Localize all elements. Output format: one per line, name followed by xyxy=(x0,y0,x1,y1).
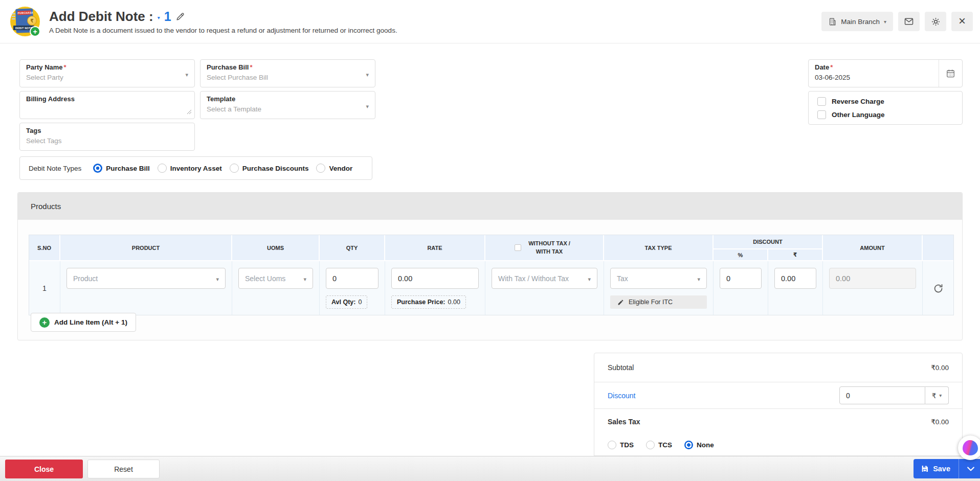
products-section: Products S.NO PRODUCT UOMS QTY RATE WITH… xyxy=(17,192,963,340)
reverse-charge-option[interactable]: Reverse Charge xyxy=(817,97,953,106)
type-option-purchase-discounts[interactable]: Purchase Discounts xyxy=(230,164,309,173)
calendar-button[interactable] xyxy=(939,60,962,87)
type-option-label: Purchase Discounts xyxy=(242,165,309,172)
tax-option-none[interactable]: None xyxy=(684,441,714,449)
radio-icon[interactable] xyxy=(316,164,325,173)
save-label: Save xyxy=(933,465,950,473)
reverse-charge-label: Reverse Charge xyxy=(832,98,884,105)
col-actions xyxy=(923,235,953,260)
discount-row: Discount ₹ ▾ xyxy=(594,382,962,409)
gear-icon xyxy=(931,17,941,27)
uoms-select[interactable]: Select Uoms ▾ xyxy=(238,268,313,289)
reverse-charge-checkbox[interactable] xyxy=(817,97,826,106)
type-option-purchase-bill[interactable]: Purchase Bill xyxy=(93,164,150,173)
party-name-field[interactable]: Party Name* Select Party ▾ xyxy=(19,59,195,87)
date-label: Date xyxy=(815,63,829,71)
chevron-down-icon: ▾ xyxy=(884,19,886,25)
close-button[interactable]: Close xyxy=(5,460,83,478)
save-options-button[interactable] xyxy=(959,459,980,478)
refresh-row-button[interactable] xyxy=(933,283,944,294)
eligible-for-itc-button[interactable]: Eligible For ITC xyxy=(610,295,707,309)
type-option-label: Inventory Asset xyxy=(170,165,222,172)
tax-option-label: TCS xyxy=(658,441,672,449)
edit-doc-number-icon[interactable] xyxy=(175,12,185,21)
footer-bar: Close Reset Save xyxy=(0,456,980,481)
purchase-bill-field[interactable]: Purchase Bill* Select Purchase Bill ▾ xyxy=(200,59,375,87)
add-line-item-label: Add Line Item (Alt + 1) xyxy=(54,318,127,326)
plus-icon: + xyxy=(30,26,40,37)
settings-button[interactable] xyxy=(925,12,946,31)
tags-field[interactable]: Tags Select Tags xyxy=(19,123,195,151)
radio-icon[interactable] xyxy=(158,164,167,173)
subtotal-row: Subtotal ₹0.00 xyxy=(594,353,962,382)
radio-icon[interactable] xyxy=(230,164,239,173)
radio-icon[interactable] xyxy=(608,441,616,449)
template-field[interactable]: Template Select a Template ▾ xyxy=(200,91,375,119)
col-discount-percent: % xyxy=(714,249,767,260)
discount-link[interactable]: Discount xyxy=(608,392,635,400)
rate-input[interactable] xyxy=(391,268,479,289)
tax-option-tcs[interactable]: TCS xyxy=(646,441,672,449)
tax-mode-select[interactable]: With Tax / Without Tax ▾ xyxy=(492,268,597,289)
tax-mode-header-checkbox[interactable] xyxy=(515,244,521,251)
doc-number-caret-icon[interactable]: ▾ xyxy=(158,15,160,20)
product-select[interactable]: Product ▾ xyxy=(66,268,226,289)
save-button[interactable]: Save xyxy=(914,459,959,478)
total-discount-input[interactable] xyxy=(839,386,925,404)
ai-assistant-fab[interactable] xyxy=(958,436,980,460)
required-marker: * xyxy=(830,63,833,71)
logo-checklist-icon xyxy=(12,13,15,19)
type-option-vendor[interactable]: Vendor xyxy=(316,164,352,173)
discount-unit-select[interactable]: ₹ ▾ xyxy=(925,386,949,404)
close-icon: × xyxy=(959,15,966,27)
tax-mode-placeholder: With Tax / Without Tax xyxy=(498,274,569,283)
col-discount-rupee: ₹ xyxy=(767,249,822,260)
close-page-button[interactable]: × xyxy=(951,12,973,31)
chevron-down-icon: ▾ xyxy=(303,276,306,283)
chevron-down-icon: ▾ xyxy=(588,276,591,283)
available-qty-chip: Avl Qty: 0 xyxy=(326,295,367,309)
subtotal-value: ₹0.00 xyxy=(931,363,949,372)
header-actions: Main Branch ▾ × xyxy=(821,12,973,31)
billing-address-field[interactable]: Billing Address xyxy=(19,91,195,119)
col-product: PRODUCT xyxy=(60,235,232,260)
chevron-down-icon: ▾ xyxy=(185,72,188,78)
type-option-inventory-asset[interactable]: Inventory Asset xyxy=(158,164,222,173)
ai-brain-icon xyxy=(963,440,978,455)
plus-icon: + xyxy=(39,317,50,328)
chevron-down-icon: ▾ xyxy=(216,276,219,283)
building-icon xyxy=(828,17,837,26)
products-section-title: Products xyxy=(18,193,962,220)
floppy-disk-icon xyxy=(921,465,929,473)
discount-percent-input[interactable] xyxy=(720,268,762,289)
tax-option-tds[interactable]: TDS xyxy=(608,441,634,449)
sales-tax-label: Sales Tax xyxy=(608,418,640,426)
col-tax-type: TAX TYPE xyxy=(604,235,714,260)
reset-button[interactable]: Reset xyxy=(87,460,160,478)
chevron-down-icon: ▾ xyxy=(697,276,700,283)
qty-input[interactable] xyxy=(326,268,378,289)
other-language-checkbox[interactable] xyxy=(817,110,826,119)
sales-tax-value: ₹0.00 xyxy=(931,418,949,426)
add-line-item-button[interactable]: + Add Line Item (Alt + 1) xyxy=(31,313,136,332)
discount-amount-input[interactable] xyxy=(774,268,816,289)
products-table: S.NO PRODUCT UOMS QTY RATE WITHOUT TAX /… xyxy=(29,235,954,315)
title-block: Add Debit Note : ▾ 1 A Debit Note is a d… xyxy=(49,9,397,34)
page-subtitle: A Debit Note is a document issued to the… xyxy=(49,27,397,34)
other-language-label: Other Language xyxy=(832,111,885,119)
tags-placeholder: Select Tags xyxy=(26,137,188,145)
col-tax-mode-label: WITHOUT TAX / WITH TAX xyxy=(525,240,574,256)
col-amount: AMOUNT xyxy=(823,235,923,260)
col-qty: QTY xyxy=(320,235,385,260)
mail-button[interactable] xyxy=(898,12,920,31)
type-option-label: Vendor xyxy=(329,165,352,172)
resize-handle-icon[interactable] xyxy=(187,107,192,117)
branch-selector[interactable]: Main Branch ▾ xyxy=(821,12,893,31)
other-language-option[interactable]: Other Language xyxy=(817,110,953,119)
radio-selected-icon[interactable] xyxy=(93,164,102,173)
col-uoms: UOMS xyxy=(232,235,320,260)
radio-icon[interactable] xyxy=(646,441,655,449)
tax-type-select[interactable]: Tax ▾ xyxy=(610,268,707,289)
date-field[interactable]: Date* 03-06-2025 xyxy=(808,59,963,87)
radio-selected-icon[interactable] xyxy=(684,441,693,449)
